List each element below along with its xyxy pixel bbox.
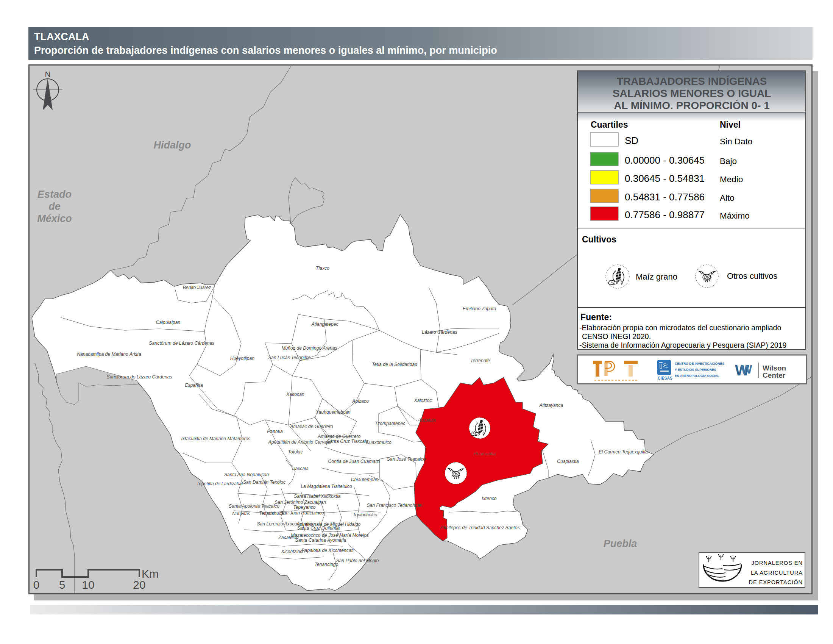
svg-text:Santa Cruz Quilehtla: Santa Cruz Quilehtla <box>297 525 340 531</box>
svg-text:Tzompantepec: Tzompantepec <box>375 421 405 426</box>
svg-text:-Elaboración propia con microd: -Elaboración propia con microdatos del c… <box>579 324 781 332</box>
svg-text:Tepetitla de Lardizábal: Tepetitla de Lardizábal <box>196 481 243 486</box>
svg-text:San Juan Huactzinco: San Juan Huactzinco <box>280 510 324 515</box>
svg-text:Medio: Medio <box>720 175 743 184</box>
svg-text:Xaltocan: Xaltocan <box>286 392 304 397</box>
svg-text:Sanctórum de Lázaro Cárdenas: Sanctórum de Lázaro Cárdenas <box>149 341 215 346</box>
svg-text:San Jerónimo Zacualpan: San Jerónimo Zacualpan <box>275 500 326 505</box>
svg-text:CENTRO DE INVESTIGACIONES: CENTRO DE INVESTIGACIONES <box>675 362 724 365</box>
svg-text:SD: SD <box>625 135 638 146</box>
svg-text:San Damián Texóloc: San Damián Texóloc <box>243 480 286 485</box>
svg-text:Cuartiles: Cuartiles <box>591 120 628 130</box>
svg-text:Santa Cruz Tlaxcala: Santa Cruz Tlaxcala <box>327 439 368 444</box>
svg-text:Tlaxcala: Tlaxcala <box>291 466 309 471</box>
svg-text:Proporción de trabajadores ind: Proporción de trabajadores indígenas con… <box>34 45 497 56</box>
svg-text:N: N <box>45 70 50 79</box>
svg-text:Calpulalpan: Calpulalpan <box>156 320 181 325</box>
svg-text:Benito Juárez: Benito Juárez <box>183 285 211 290</box>
svg-text:LA AGRICULTURA: LA AGRICULTURA <box>751 570 803 576</box>
svg-text:Teolocholco: Teolocholco <box>353 512 378 517</box>
svg-text:San Pablo del Monte: San Pablo del Monte <box>336 558 379 564</box>
svg-text:Sanctórum de Lázaro Cárdenas: Sanctórum de Lázaro Cárdenas <box>107 374 172 380</box>
svg-text:Santa Apolonia Teacalco: Santa Apolonia Teacalco <box>229 504 280 509</box>
svg-text:CIESAS: CIESAS <box>658 376 672 380</box>
svg-text:San José Teacalco: San José Teacalco <box>387 456 426 462</box>
svg-text:Tepeyanco: Tepeyanco <box>293 505 315 510</box>
svg-text:Nivel: Nivel <box>720 120 741 130</box>
svg-text:10: 10 <box>82 578 94 591</box>
svg-text:Chiautempan: Chiautempan <box>351 477 379 482</box>
svg-text:Apizaco: Apizaco <box>352 399 369 404</box>
svg-text:Atlangatepec: Atlangatepec <box>311 322 338 327</box>
svg-text:Otros cultivos: Otros cultivos <box>727 271 777 281</box>
svg-text:Tlaxco: Tlaxco <box>316 266 330 271</box>
svg-text:Cultivos: Cultivos <box>582 235 616 244</box>
svg-text:20: 20 <box>133 578 145 591</box>
svg-text:0.54831 - 0.77586: 0.54831 - 0.77586 <box>625 191 704 203</box>
svg-text:0: 0 <box>33 578 40 591</box>
svg-text:Sin Dato: Sin Dato <box>720 137 753 146</box>
svg-text:Nanacamilpa de Mariano Arista: Nanacamilpa de Mariano Arista <box>77 351 141 357</box>
svg-text:de: de <box>48 201 61 212</box>
svg-text:Panotla: Panotla <box>267 429 283 434</box>
svg-text:Center: Center <box>762 371 786 379</box>
svg-text:DE EXPORTACIÓN: DE EXPORTACIÓN <box>749 579 803 585</box>
svg-text:Terrenate: Terrenate <box>470 358 490 363</box>
svg-text:0.77586 - 0.98877: 0.77586 - 0.98877 <box>625 209 704 221</box>
svg-text:Puebla: Puebla <box>603 538 637 549</box>
svg-text:Apetatitlán de Antonio Carvaja: Apetatitlán de Antonio Carvajal <box>268 440 332 445</box>
svg-text:JORNALEROS EN: JORNALEROS EN <box>752 560 803 566</box>
svg-text:Santa Ana Nopalucan: Santa Ana Nopalucan <box>224 472 269 477</box>
svg-text:W: W <box>741 363 753 376</box>
svg-text:La Magdalena Tlaltelulco: La Magdalena Tlaltelulco <box>301 484 352 489</box>
svg-text:Santa Catarina Ayometla: Santa Catarina Ayometla <box>295 538 346 543</box>
svg-text:Y ESTUDIOS SUPERIORES: Y ESTUDIOS SUPERIORES <box>675 368 716 372</box>
svg-text:Estado: Estado <box>37 188 72 200</box>
svg-text:EN ANTROPOLOGÍA SOCIAL: EN ANTROPOLOGÍA SOCIAL <box>675 374 719 378</box>
svg-text:Ixtacuixtla de Mariano Matamor: Ixtacuixtla de Mariano Matamoros <box>182 436 251 441</box>
svg-text:Emiliano Zapata: Emiliano Zapata <box>463 306 496 311</box>
svg-text:El Carmen Tequexquitla: El Carmen Tequexquitla <box>599 449 648 455</box>
svg-text:Totolac: Totolac <box>288 449 303 455</box>
svg-text:TLAXCALA: TLAXCALA <box>34 31 89 42</box>
svg-text:Amaxac de Guerrero: Amaxac de Guerrero <box>289 424 333 429</box>
svg-text:Españita: Españita <box>185 383 203 388</box>
svg-text:Tocatlán: Tocatlán <box>419 418 436 423</box>
svg-text:Zitlaltépec de Trinidad Sánche: Zitlaltépec de Trinidad Sánchez Santos <box>439 525 519 530</box>
svg-text:AL MÍNIMO. PROPORCIÓN 0- 1: AL MÍNIMO. PROPORCIÓN 0- 1 <box>614 100 770 111</box>
svg-text:Wilson: Wilson <box>762 364 786 372</box>
svg-text:0.30645 - 0.54831: 0.30645 - 0.54831 <box>625 173 704 184</box>
svg-text:Alto: Alto <box>720 193 735 203</box>
svg-text:Mazatecochco de José María Mor: Mazatecochco de José María Morelos <box>291 533 369 538</box>
svg-text:Bajo: Bajo <box>720 156 737 166</box>
svg-text:Muñoz de Domingo Arenas: Muñoz de Domingo Arenas <box>281 346 337 351</box>
svg-text:México: México <box>37 213 72 224</box>
svg-text:Yauhquemehcan: Yauhquemehcan <box>316 409 350 415</box>
svg-text:5: 5 <box>59 578 66 591</box>
svg-text:San Lucas Tecopilco: San Lucas Tecopilco <box>268 355 310 360</box>
svg-text:Maíz grano: Maíz grano <box>636 272 677 282</box>
svg-text:Atltzayanca: Atltzayanca <box>539 402 563 408</box>
svg-text:Santa Isabel Xiloxoxtla: Santa Isabel Xiloxoxtla <box>294 494 341 499</box>
svg-text:Lázaro Cárdenas: Lázaro Cárdenas <box>422 330 457 335</box>
svg-text:Fuente:: Fuente: <box>581 312 612 322</box>
svg-text:-Sistema de Información Agrope: -Sistema de Información Agropecuaria y P… <box>579 341 786 349</box>
svg-text:Xaloztoc: Xaloztoc <box>414 398 432 403</box>
svg-text:Natívitas: Natívitas <box>232 511 250 516</box>
svg-text:Máximo: Máximo <box>720 211 750 221</box>
svg-text:TRABAJADORES INDÍGENAS: TRABAJADORES INDÍGENAS <box>617 76 767 87</box>
svg-text:Amaxac de Guerrero: Amaxac de Guerrero <box>317 434 360 439</box>
svg-text:SALARIOS MENORES O IGUAL: SALARIOS MENORES O IGUAL <box>613 87 771 99</box>
svg-text:Hueyotlipan: Hueyotlipan <box>230 356 255 361</box>
svg-text:CENSO INEGI 2020.: CENSO INEGI 2020. <box>582 332 651 341</box>
svg-text:Cuapiaxtla: Cuapiaxtla <box>557 459 579 464</box>
svg-text:Tenancingo: Tenancingo <box>315 562 338 567</box>
svg-text:San Francisco Tetlanohcan: San Francisco Tetlanohcan <box>367 503 422 508</box>
svg-text:Papalotla de Xicohténcatl: Papalotla de Xicohténcatl <box>301 548 354 553</box>
svg-text:Tetla de la Solidaridad: Tetla de la Solidaridad <box>372 362 418 367</box>
svg-text:Ixtenco: Ixtenco <box>482 496 497 501</box>
svg-text:Contla de Juan Cuamatzi: Contla de Juan Cuamatzi <box>328 459 380 464</box>
svg-text:0.00000 - 0.30645: 0.00000 - 0.30645 <box>625 155 704 166</box>
svg-text:Huamantla: Huamantla <box>474 451 496 456</box>
svg-text:Hidalgo: Hidalgo <box>154 139 191 151</box>
